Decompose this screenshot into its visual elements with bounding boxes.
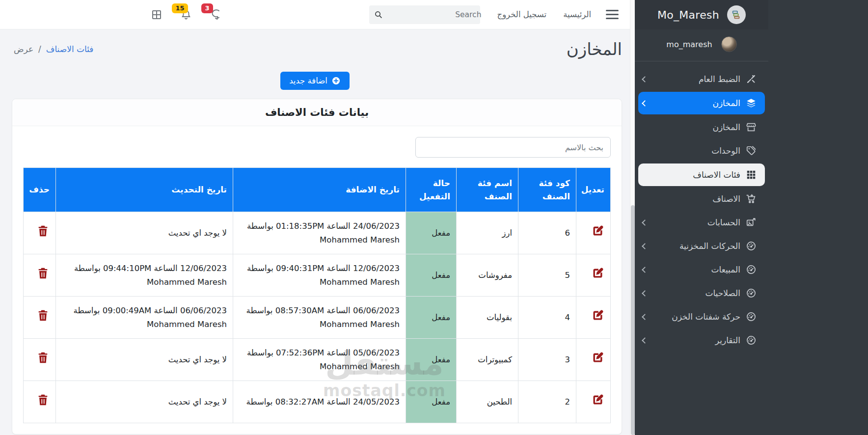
delete-cell — [24, 212, 56, 254]
table-row: 2 الطحين مفعل 24/05/2023 الساعة 08:32:27… — [24, 381, 611, 423]
sidebar-item[interactable]: الوحدات — [635, 139, 768, 163]
edit-button[interactable] — [591, 224, 604, 238]
sidebar: Mo_Maresh mo_maresh الضبط العام المخازن … — [635, 0, 868, 435]
home-link[interactable]: الرئيسية — [563, 10, 591, 19]
top-navbar: الرئيسية تسجيل الخروج 3 15 — [0, 0, 630, 29]
date-updated-cell: 06/06/2023 الساعة 09:00:49AM بواسطة Moha… — [56, 297, 233, 339]
search-input[interactable] — [383, 10, 483, 19]
sidebar-item[interactable]: فئات الاصناف — [638, 163, 765, 186]
add-new-button[interactable]: اضافة جديد — [280, 72, 350, 90]
table-row: 5 مفروشات مفعل 12/06/2023 الساعة 09:40:3… — [24, 254, 611, 297]
messages-icon[interactable]: 3 — [208, 7, 223, 22]
edit-icon — [591, 393, 604, 407]
menu-toggle-icon[interactable] — [606, 10, 619, 19]
date-added-cell: 24/05/2023 الساعة 08:32:27AM بواسطة — [233, 381, 406, 423]
notifications-badge: 15 — [172, 3, 188, 13]
trash-icon — [36, 267, 50, 280]
sidebar-user[interactable]: mo_maresh — [635, 29, 768, 61]
status-cell: مفعل — [406, 297, 457, 339]
actions-row: اضافة جديد — [0, 72, 630, 90]
username-label: mo_maresh — [666, 40, 712, 49]
sidebar-item[interactable]: المخازن — [635, 115, 768, 139]
category-code-cell: 2 — [518, 381, 576, 423]
sidebar-item[interactable]: الضبط العام — [635, 67, 768, 91]
search-icon — [374, 10, 383, 19]
chevron-left-icon — [642, 76, 648, 82]
chevron-left-icon — [642, 337, 648, 344]
date-added-cell: 24/06/2023 الساعة 01:18:35PM بواسطة Moha… — [233, 212, 406, 254]
sidebar-item[interactable]: الحسابات — [635, 211, 768, 234]
grid-icon — [746, 169, 757, 180]
scrollbar-thumb[interactable] — [631, 205, 635, 435]
table-row: 3 كمبيوترات مفعل 05/06/2023 الساعة 07:52… — [24, 339, 611, 381]
notifications-icon[interactable]: 15 — [179, 7, 193, 22]
chevron-left-icon — [642, 314, 648, 320]
sidebar-item[interactable]: الصلاحيات — [635, 281, 768, 305]
edit-button[interactable] — [591, 267, 604, 280]
card-header: بيانات فئات الاصناف — [12, 99, 622, 126]
chevron-left-icon — [642, 290, 648, 297]
table-row: 4 بقوليات مفعل 06/06/2023 الساعة 08:57:3… — [24, 297, 611, 339]
logout-link[interactable]: تسجيل الخروج — [497, 10, 546, 19]
page-content: المخازن فئات الاصناف / عرض اضافة جديد بي — [0, 29, 630, 435]
date-updated-cell: لا يوجد اي تحديث — [56, 339, 233, 381]
categories-card: بيانات فئات الاصناف تعديل كود فئة الصنف … — [12, 99, 622, 435]
delete-button[interactable] — [36, 309, 50, 322]
apps-grid-icon[interactable] — [149, 7, 164, 22]
delete-button[interactable] — [36, 267, 50, 280]
chevron-left-icon — [642, 219, 648, 226]
name-search-input[interactable] — [415, 137, 611, 158]
status-cell: مفعل — [406, 212, 457, 254]
status-cell: مفعل — [406, 381, 457, 423]
edit-button[interactable] — [591, 393, 604, 407]
table-head: تعديل كود فئة الصنف اسم فئة الصنف حالة ا… — [24, 168, 611, 212]
card-body: تعديل كود فئة الصنف اسم فئة الصنف حالة ا… — [12, 126, 622, 434]
categories-table: تعديل كود فئة الصنف اسم فئة الصنف حالة ا… — [23, 167, 611, 423]
edit-cell — [576, 339, 611, 381]
category-name-cell: ارز — [457, 212, 518, 254]
page-title: المخازن — [567, 39, 622, 59]
category-name-cell: كمبيوترات — [457, 339, 518, 381]
chevron-left-icon — [642, 267, 648, 273]
layers-icon — [746, 98, 757, 109]
messages-badge: 3 — [201, 3, 213, 13]
page-scrollbar[interactable] — [630, 0, 635, 435]
sidebar-item[interactable]: حركة شفتات الخزن — [635, 305, 768, 328]
delete-button[interactable] — [36, 224, 50, 238]
sidebar-menu: الضبط العام المخازن المخازن الوحدات فئات… — [635, 61, 768, 352]
trash-icon — [36, 309, 50, 322]
sidebar-item[interactable]: الاصناف — [635, 187, 768, 211]
edit-cell — [576, 212, 611, 254]
sidebar-item[interactable]: المبيعات — [635, 258, 768, 281]
add-new-label: اضافة جديد — [289, 76, 327, 85]
breadcrumb-current: عرض — [14, 44, 33, 54]
sidebar-item[interactable]: الحركات المخزنية — [635, 234, 768, 258]
brand-logo-icon — [731, 9, 742, 20]
category-code-cell: 4 — [518, 297, 576, 339]
delete-cell — [24, 254, 56, 297]
sidebar-item[interactable]: التقارير — [635, 328, 768, 352]
column-header-name: اسم فئة الصنف — [457, 168, 518, 212]
column-header-status: حالة التفعيل — [406, 168, 457, 212]
accounts-icon — [746, 217, 757, 228]
date-updated-cell: لا يوجد اي تحديث — [56, 212, 233, 254]
gauge-icon — [746, 311, 757, 322]
tools-icon — [746, 74, 757, 84]
edit-button[interactable] — [591, 351, 604, 364]
category-name-cell: بقوليات — [457, 297, 518, 339]
table-body: 6 ارز مفعل 24/06/2023 الساعة 01:18:35PM … — [24, 212, 611, 423]
sidebar-brand: Mo_Maresh — [635, 0, 768, 29]
sidebar-item[interactable]: المخازن — [638, 92, 765, 114]
breadcrumb-separator: / — [38, 44, 41, 54]
plus-circle-icon — [331, 76, 341, 85]
edit-button[interactable] — [591, 309, 604, 322]
breadcrumb: فئات الاصناف / عرض — [14, 44, 93, 54]
tags-icon — [746, 145, 757, 156]
status-cell: مفعل — [406, 254, 457, 297]
global-search[interactable] — [369, 5, 480, 24]
trash-icon — [36, 393, 50, 407]
delete-button[interactable] — [36, 393, 50, 407]
delete-button[interactable] — [36, 351, 50, 364]
breadcrumb-link[interactable]: فئات الاصناف — [46, 44, 94, 54]
edit-icon — [591, 351, 604, 364]
